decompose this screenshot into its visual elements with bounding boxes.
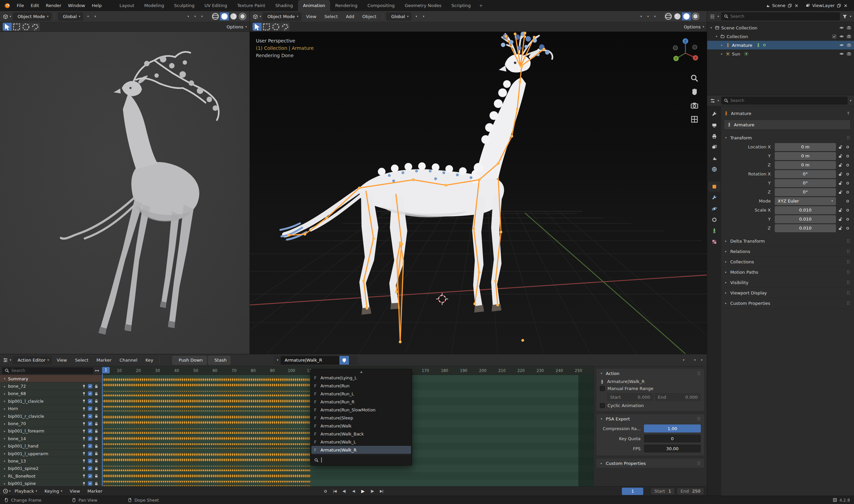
remove-viewlayer-icon[interactable]: [843, 3, 848, 8]
shading-wireframe-button[interactable]: [664, 12, 673, 20]
channel-enable-checkbox[interactable]: [88, 407, 92, 411]
workspace-tab-animation[interactable]: Animation: [298, 0, 330, 11]
unlink-action-button[interactable]: [353, 356, 358, 365]
properties-tab-object[interactable]: [708, 181, 720, 192]
properties-tab-tool[interactable]: [708, 109, 720, 119]
tweak-tool-button[interactable]: [3, 23, 12, 31]
dopesheet-menu-view[interactable]: View: [53, 356, 70, 364]
lock-icon[interactable]: [836, 145, 844, 149]
cyclic-animation-toggle[interactable]: Cyclic Animation: [596, 402, 704, 409]
filter-icon[interactable]: [842, 14, 848, 19]
blender-logo-icon[interactable]: [3, 2, 11, 10]
workspace-tab-modeling[interactable]: Modeling: [139, 0, 169, 11]
channel-enable-checkbox[interactable]: [88, 459, 92, 463]
pin-channel-icon[interactable]: [82, 391, 86, 396]
action-item-armature-walk-r[interactable]: FArmature|Walk_R: [311, 446, 411, 454]
preview-range-button[interactable]: [645, 487, 649, 495]
lock-icon[interactable]: [836, 172, 844, 177]
prev-keyframe-button[interactable]: ◀|: [340, 488, 349, 495]
menu-render[interactable]: Render: [42, 2, 65, 10]
animate-property-icon[interactable]: [844, 208, 851, 213]
section-motion-paths[interactable]: ▸Motion Paths: [724, 267, 851, 277]
show-overlays-button[interactable]: ▾: [198, 12, 204, 21]
channel-enable-checkbox[interactable]: [88, 474, 92, 478]
outliner-search[interactable]: [721, 12, 840, 20]
workspace-tab-layout[interactable]: Layout: [115, 0, 139, 11]
pin-channel-icon[interactable]: [82, 414, 86, 418]
channel-enable-checkbox[interactable]: [88, 466, 92, 471]
pin-channel-icon[interactable]: [82, 407, 86, 411]
options-dropdown[interactable]: Options▾: [684, 24, 704, 30]
lock-channel-icon[interactable]: [94, 429, 99, 433]
y-field[interactable]: 0.010: [775, 215, 836, 223]
play-button[interactable]: ▶: [359, 488, 367, 495]
channel-enable-checkbox[interactable]: [88, 414, 92, 418]
action-item-armature-run-l[interactable]: FArmature|Run_L: [311, 390, 411, 398]
zoom-icon[interactable]: [690, 74, 699, 83]
lock-channel-icon[interactable]: [94, 391, 99, 396]
timeline-menu-view[interactable]: View: [66, 487, 83, 495]
lock-channel-icon[interactable]: [94, 458, 99, 463]
channel-enable-checkbox[interactable]: [88, 451, 92, 456]
panel-grip-icon[interactable]: [846, 301, 851, 305]
viewport-menu-add[interactable]: Add: [343, 12, 358, 20]
checkbox[interactable]: [600, 403, 605, 408]
disclosure-icon[interactable]: ▸: [720, 43, 724, 47]
pin-channel-icon[interactable]: [82, 466, 86, 471]
tweak-tool-button[interactable]: [252, 23, 262, 31]
xray-button[interactable]: [658, 12, 662, 21]
channel-row-horn[interactable]: ▸Horn: [0, 405, 101, 412]
shading-material-button[interactable]: [229, 12, 238, 20]
editor-type-icon[interactable]: [710, 98, 715, 104]
show-overlays-button[interactable]: ▾: [651, 12, 657, 21]
pin-icon[interactable]: [846, 111, 851, 115]
action-item-armature-run-slowmotion[interactable]: FArmature|Run_SlowMotion: [311, 406, 411, 414]
sync-range-icon[interactable]: [687, 356, 691, 364]
animate-property-icon[interactable]: [844, 154, 851, 158]
timeline-menu-playback[interactable]: Playback▾: [11, 487, 41, 495]
viewport-menu-select[interactable]: Select: [321, 12, 341, 20]
channel-enable-checkbox[interactable]: [88, 421, 92, 426]
dopesheet-menu-select[interactable]: Select: [72, 356, 92, 364]
panel-grip-icon[interactable]: [696, 371, 701, 376]
nla-track-icon[interactable]: [168, 356, 171, 364]
channel-row-bip001-l-clavicle[interactable]: ▸bip001_l_clavicle: [0, 397, 101, 405]
section-relations[interactable]: ▸Relations: [724, 246, 851, 257]
lock-channel-icon[interactable]: [94, 481, 99, 486]
animate-property-icon[interactable]: [844, 163, 851, 167]
proportional-edit-button[interactable]: ▾: [92, 12, 98, 21]
snap-button[interactable]: ▾: [85, 12, 91, 21]
action-name[interactable]: Armature|Walk_R: [607, 379, 645, 384]
object-name-field[interactable]: Armature: [724, 120, 851, 130]
lock-channel-icon[interactable]: [94, 444, 99, 449]
disclosure-icon[interactable]: ▸: [720, 52, 724, 55]
next-keyframe-button[interactable]: |▶: [368, 488, 377, 495]
channel-search[interactable]: [2, 367, 93, 374]
channel-row-rl-boneroot[interactable]: ▸RL_BoneRoot: [0, 472, 101, 480]
editor-type-icon[interactable]: [3, 488, 8, 494]
y-field[interactable]: 0 m: [775, 152, 836, 160]
workspace-tab-shading[interactable]: Shading: [270, 0, 298, 11]
scale-x-field[interactable]: 0.010: [775, 206, 836, 214]
properties-tab-view-layer[interactable]: [708, 142, 720, 152]
channel-enable-checkbox[interactable]: [88, 391, 92, 396]
animate-property-icon[interactable]: [844, 217, 851, 221]
add-workspace-button[interactable]: +: [476, 0, 486, 11]
lock-icon[interactable]: [836, 190, 844, 195]
navigation-gizmo[interactable]: Z X Y: [669, 36, 701, 69]
snap-keyframes-button[interactable]: ▾: [692, 356, 697, 364]
pause-render-button[interactable]: [701, 12, 704, 21]
scene-selector[interactable]: Scene: [763, 1, 801, 10]
properties-tab-physics[interactable]: [708, 203, 720, 214]
action-item-armature-lying-l[interactable]: FArmature|Lying_L: [311, 374, 411, 382]
workspace-tab-scripting[interactable]: Scripting: [447, 0, 476, 11]
stash-button[interactable]: Stash: [208, 356, 230, 365]
outliner-row-scene-collection[interactable]: ▾Scene Collection: [707, 23, 854, 32]
end-frame-field[interactable]: End250: [677, 488, 704, 495]
pin-channel-icon[interactable]: [82, 429, 86, 433]
z-field[interactable]: 0.010: [775, 224, 836, 232]
lock-icon[interactable]: [836, 181, 844, 185]
menu-file[interactable]: File: [13, 2, 28, 10]
xray-button[interactable]: [205, 12, 209, 21]
channel-row-bone-14[interactable]: ▸bone_14: [0, 435, 101, 442]
